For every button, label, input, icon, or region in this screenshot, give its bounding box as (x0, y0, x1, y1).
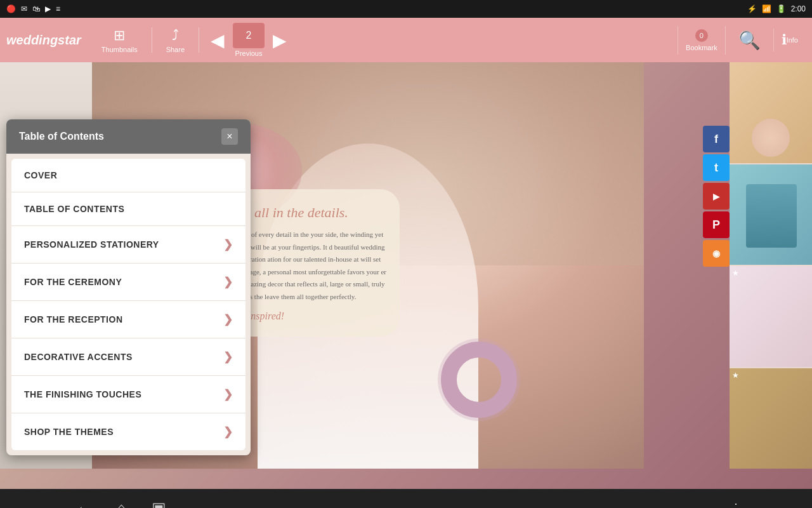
thumb-3-star: ★ (732, 269, 739, 277)
wifi-icon: 📶 (762, 4, 771, 13)
thumbnails-icon: ⊞ (114, 27, 125, 44)
toc-item-cover-label: COVER (24, 170, 57, 180)
play-icon: ▶ (45, 4, 51, 13)
toc-arrow-decorative: ❯ (223, 350, 233, 364)
facebook-icon: f (714, 133, 718, 146)
bottom-bar: ← ⌂ ▣ ⋮ (0, 489, 812, 508)
toc-header: Table of Contents × (6, 119, 251, 154)
toc-item-stationery-label: PERSONALIZED STATIONERY (24, 239, 159, 250)
youtube-button[interactable]: ▶ (703, 183, 730, 210)
recent-apps-button[interactable]: ▣ (139, 494, 179, 508)
status-left-icons: 🔴 ✉ 🛍 ▶ ≡ (6, 4, 60, 13)
rss-icon: ◉ (712, 248, 720, 258)
toc-arrow-finishing: ❯ (223, 387, 233, 401)
twitter-button[interactable]: t (703, 154, 730, 181)
toc-item-reception-label: FOR THE RECEPTION (24, 314, 123, 324)
previous-label: Previous (235, 50, 263, 57)
next-button[interactable]: ▶ (268, 27, 292, 54)
previous-button[interactable]: ◀ (206, 27, 230, 54)
toc-item-finishing[interactable]: THE FINISHING TOUCHES ❯ (11, 376, 246, 413)
page-control: ◀ Previous ▶ (206, 23, 292, 57)
thumb-3-image: ★ (730, 266, 812, 367)
back-icon: ← (76, 499, 91, 508)
share-icon: ⤴ (172, 27, 179, 44)
thumb-2[interactable] (730, 164, 812, 265)
home-button[interactable]: ⌂ (104, 494, 139, 508)
nav-right-buttons: 0 Bookmark 🔍 ℹ Info (678, 26, 806, 55)
chair-wreath-decoration (441, 342, 517, 418)
battery-icon: 🔋 (776, 4, 786, 13)
clock: 2:00 (791, 4, 806, 13)
thumb-4[interactable]: ★ (730, 368, 812, 469)
pinterest-icon: P (712, 218, 720, 232)
thumbnail-strip: ★ ★ (730, 62, 812, 469)
facebook-button[interactable]: f (703, 126, 730, 152)
info-button[interactable]: ℹ Info (773, 29, 806, 51)
info-icon: ℹ (782, 32, 787, 48)
toc-item-toc-label: TABLE OF CONTENTS (24, 204, 124, 214)
toc-item-stationery[interactable]: PERSONALIZED STATIONERY ❯ (11, 226, 246, 264)
toc-item-ceremony[interactable]: FOR THE CEREMONY ❯ (11, 264, 246, 301)
toc-item-ceremony-label: FOR THE CEREMONY (24, 277, 122, 287)
back-button[interactable]: ← (63, 494, 104, 508)
bluetooth-icon: ⚡ (747, 4, 757, 13)
toc-arrow-stationery: ❯ (223, 237, 233, 251)
toc-body: COVER TABLE OF CONTENTS PERSONALIZED STA… (11, 159, 246, 450)
search-button[interactable]: 🔍 (729, 27, 770, 54)
thumb-2-image (730, 164, 812, 265)
recent-apps-icon: ▣ (152, 499, 166, 508)
status-bar: 🔴 ✉ 🛍 ▶ ≡ ⚡ 📶 🔋 2:00 (0, 0, 812, 18)
toc-item-themes[interactable]: SHOP THE THEMES ❯ (11, 413, 246, 450)
rss-button[interactable]: ◉ (703, 240, 730, 267)
toc-item-decorative-label: DECORATIVE ACCENTS (24, 352, 133, 362)
bookmark-badge: 0 (695, 29, 708, 42)
toc-item-reception[interactable]: FOR THE RECEPTION ❯ (11, 301, 246, 338)
thumb-4-star: ★ (732, 371, 739, 380)
main-content: ❮ Contents Search it's all in the detail… (0, 62, 812, 489)
nav-separator-1 (152, 27, 152, 53)
thumb-4-image: ★ (730, 368, 812, 469)
bookmark-button[interactable]: 0 Bookmark (678, 26, 726, 55)
thumb-1-image (730, 62, 812, 163)
share-button[interactable]: ⤴ Share (159, 24, 192, 57)
thumbnails-button[interactable]: ⊞ Thumbnails (94, 24, 145, 57)
search-icon: 🔍 (738, 30, 761, 51)
nav-bar: weddingstar ⊞ Thumbnails ⤴ Share ◀ Previ… (0, 18, 812, 62)
nav-actions: ⊞ Thumbnails ⤴ Share ◀ Previous ▶ (94, 23, 678, 57)
pinterest-button[interactable]: P (703, 211, 730, 238)
app-logo: weddingstar (6, 33, 81, 48)
toc-close-button[interactable]: × (221, 128, 238, 145)
toc-item-themes-label: SHOP THE THEMES (24, 427, 114, 437)
page-number-input[interactable] (233, 23, 265, 48)
youtube-icon: ▶ (713, 192, 719, 201)
toc-item-decorative[interactable]: DECORATIVE ACCENTS ❯ (11, 338, 246, 376)
toc-arrow-themes: ❯ (223, 425, 233, 439)
more-options-button[interactable]: ⋮ (730, 500, 742, 508)
bag-icon: 🛍 (32, 4, 40, 13)
toc-arrow-reception: ❯ (223, 312, 233, 326)
thumb-1[interactable] (730, 62, 812, 163)
thumb-3[interactable]: ★ (730, 266, 812, 367)
nav-separator-2 (199, 27, 199, 53)
home-icon: ⌂ (117, 499, 126, 508)
app-icon-1: 🔴 (6, 4, 16, 13)
twitter-icon: t (714, 161, 718, 175)
more-options-icon: ⋮ (730, 501, 742, 508)
toc-item-table-of-contents[interactable]: TABLE OF CONTENTS (11, 192, 246, 226)
toc-item-cover[interactable]: COVER (11, 159, 246, 192)
social-sidebar: f t ▶ P ◉ (703, 126, 730, 267)
toc-item-finishing-label: THE FINISHING TOUCHES (24, 389, 141, 399)
toc-title: Table of Contents (19, 131, 104, 142)
mail-icon: ✉ (21, 4, 27, 13)
bars-icon: ≡ (56, 4, 60, 13)
toc-arrow-ceremony: ❯ (223, 275, 233, 289)
toc-panel: Table of Contents × COVER TABLE OF CONTE… (6, 119, 251, 455)
status-right-icons: ⚡ 📶 🔋 2:00 (747, 4, 806, 13)
